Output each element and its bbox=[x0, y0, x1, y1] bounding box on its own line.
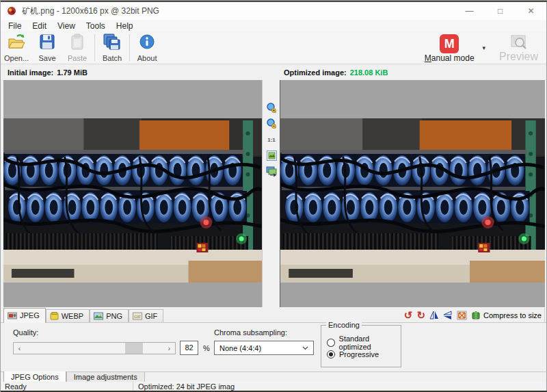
status-separator bbox=[133, 382, 133, 391]
quality-unit-label: % bbox=[203, 344, 210, 352]
radio-circle bbox=[327, 339, 335, 347]
quality-value-field[interactable]: 82 bbox=[180, 341, 198, 355]
manual-mode-group: M Manual mode ▾ bbox=[422, 31, 495, 64]
menu-tools[interactable]: Tools bbox=[81, 21, 111, 31]
optimized-image-label: Optimized image: bbox=[284, 68, 347, 77]
transform-toolbar: ↺ ↻ Compress to size bbox=[404, 308, 545, 322]
toolbar-separator bbox=[94, 34, 95, 61]
status-ready-text: Ready bbox=[5, 382, 27, 391]
status-optimized-text: Optimized: 24 bit JPEG imag bbox=[138, 382, 235, 391]
quality-label: Quality: bbox=[13, 328, 38, 337]
jpeg-tab-icon bbox=[8, 311, 17, 319]
tab-jpeg-label: JPEG bbox=[20, 311, 40, 319]
resize-image-button[interactable] bbox=[457, 311, 467, 320]
save-label: Save bbox=[39, 54, 56, 62]
preview-label: Preview bbox=[499, 51, 538, 63]
menu-help[interactable]: Help bbox=[111, 21, 139, 31]
open-button[interactable]: Open... bbox=[1, 31, 32, 64]
flip-horizontal-button[interactable] bbox=[429, 311, 439, 319]
slider-thumb[interactable] bbox=[125, 343, 143, 354]
chroma-selected-value: None (4:4:4) bbox=[219, 344, 261, 352]
mode-dropdown-caret[interactable]: ▾ bbox=[477, 44, 496, 51]
about-label: About bbox=[137, 54, 157, 62]
initial-image-label: Initial image: bbox=[8, 68, 53, 77]
gif-tab-icon: GIF bbox=[133, 312, 142, 320]
chroma-subsampling-label: Chroma subsampling: bbox=[214, 328, 287, 337]
maximize-button[interactable]: □ bbox=[485, 2, 516, 20]
tab-jpeg[interactable]: JPEG bbox=[3, 308, 46, 323]
open-folder-icon bbox=[8, 34, 25, 50]
initial-image-header: Initial image: 1.79 MiB bbox=[3, 66, 263, 79]
options-tab-bar: JPEG Options Image adjustments bbox=[1, 371, 546, 382]
tab-png[interactable]: PNG bbox=[90, 309, 129, 322]
svg-text:GIF: GIF bbox=[134, 314, 141, 318]
flip-vertical-button[interactable] bbox=[443, 311, 453, 319]
zoom-out-icon bbox=[266, 118, 277, 129]
view-tool-strip: 1:1 bbox=[263, 80, 280, 307]
screen-top-edge bbox=[1, 1, 547, 2]
main-toolbar: Open... Save Paste bbox=[1, 31, 546, 64]
initial-image-size: 1.79 MiB bbox=[57, 68, 88, 77]
radio-progressive[interactable]: Progressive bbox=[327, 350, 379, 358]
radio-circle-checked bbox=[327, 350, 335, 358]
optimized-image-header: Optimized image: 218.08 KiB bbox=[280, 66, 545, 79]
tab-image-adjustments[interactable]: Image adjustments bbox=[66, 372, 145, 382]
window-title: 矿机.png - 1200x616 px @ 32bit PNG bbox=[22, 5, 159, 17]
batch-label: Batch bbox=[103, 54, 122, 62]
encoding-groupbox: Encoding Standard optimized Progressive bbox=[321, 325, 401, 367]
compress-to-size-label: Compress to size bbox=[483, 311, 542, 319]
compare-views-button[interactable] bbox=[265, 165, 278, 177]
compress-to-size-icon bbox=[471, 311, 481, 320]
slider-track[interactable] bbox=[25, 343, 163, 354]
format-tab-bar: JPEG WEBP PNG GIF GIF ↺ ↻ bbox=[1, 308, 546, 323]
toolbar-right-group: M Manual mode ▾ Preview bbox=[422, 31, 542, 64]
manual-mode-button[interactable]: M Manual mode bbox=[422, 31, 477, 64]
save-button[interactable]: Save bbox=[32, 31, 62, 64]
tab-webp[interactable]: WEBP bbox=[46, 309, 90, 322]
about-button[interactable]: About bbox=[132, 31, 162, 64]
rotate-right-button[interactable]: ↻ bbox=[416, 310, 425, 320]
zoom-out-button[interactable] bbox=[265, 118, 278, 130]
paste-button[interactable]: Paste bbox=[62, 31, 92, 64]
open-label: Open... bbox=[4, 54, 29, 62]
paste-label: Paste bbox=[68, 54, 87, 62]
tab-jpeg-options[interactable]: JPEG Options bbox=[3, 371, 66, 382]
initial-image-panel[interactable] bbox=[3, 80, 263, 307]
chevron-down-icon bbox=[302, 346, 308, 350]
slider-left-arrow[interactable]: ‹ bbox=[14, 343, 25, 354]
slider-right-arrow[interactable]: › bbox=[163, 343, 175, 354]
close-button[interactable]: ✕ bbox=[516, 2, 546, 20]
menu-view[interactable]: View bbox=[52, 21, 81, 31]
encoding-group-title: Encoding bbox=[326, 321, 362, 329]
zoom-in-button[interactable] bbox=[265, 102, 278, 114]
compare-views-icon bbox=[266, 166, 278, 177]
actual-size-button[interactable]: 1:1 bbox=[265, 133, 278, 146]
initial-mining-rig-photo bbox=[3, 118, 262, 283]
minimize-button[interactable]: — bbox=[454, 2, 485, 20]
compress-to-size-button[interactable]: Compress to size bbox=[471, 311, 542, 320]
paste-clipboard-icon bbox=[70, 34, 85, 50]
optimized-mining-rig-photo bbox=[280, 118, 545, 283]
radio-standard-optimized-label: Standard optimized bbox=[339, 335, 401, 351]
actual-size-label: 1:1 bbox=[267, 137, 276, 143]
app-icon bbox=[7, 6, 16, 16]
rotate-left-button[interactable]: ↺ bbox=[404, 310, 413, 320]
menu-file[interactable]: File bbox=[3, 21, 27, 31]
quality-slider[interactable]: ‹ › bbox=[13, 342, 176, 354]
manual-mode-icon: M bbox=[440, 34, 459, 53]
fit-to-window-icon bbox=[267, 151, 277, 161]
title-bar[interactable]: 矿机.png - 1200x616 px @ 32bit PNG — □ ✕ bbox=[1, 2, 546, 20]
tab-gif[interactable]: GIF GIF bbox=[129, 309, 163, 322]
preview-button[interactable]: Preview bbox=[495, 31, 542, 64]
menu-edit[interactable]: Edit bbox=[27, 21, 52, 31]
zoom-in-icon bbox=[266, 103, 277, 114]
manual-mode-label-initial: M bbox=[425, 53, 431, 63]
toolbar-separator bbox=[129, 34, 130, 61]
batch-button[interactable]: Batch bbox=[97, 31, 127, 64]
batch-icon bbox=[103, 34, 121, 50]
optimized-image-panel[interactable] bbox=[280, 80, 545, 307]
fit-to-window-button[interactable] bbox=[265, 149, 278, 161]
app-window: 矿机.png - 1200x616 px @ 32bit PNG — □ ✕ F… bbox=[0, 0, 547, 392]
chroma-subsampling-select[interactable]: None (4:4:4) bbox=[214, 341, 314, 355]
radio-standard-optimized[interactable]: Standard optimized bbox=[327, 335, 401, 351]
